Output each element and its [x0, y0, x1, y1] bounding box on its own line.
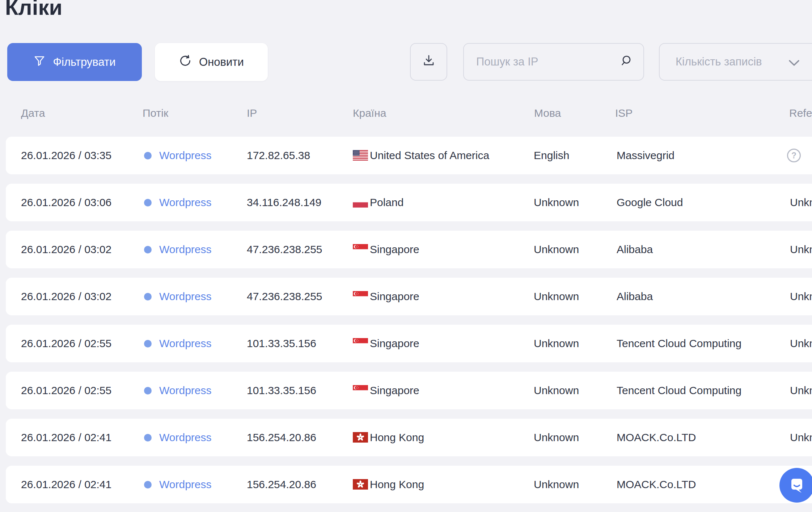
clicks-table: 26.01.2026 / 03:35 Wordpress 172.82.65.3…	[6, 137, 812, 512]
row-date: 26.01.2026 / 02:55	[21, 325, 111, 362]
download-icon	[422, 54, 436, 70]
stream-link[interactable]: Wordpress	[159, 278, 212, 315]
row-ip: 101.33.35.156	[247, 372, 316, 409]
funnel-icon	[33, 55, 46, 70]
row-ip: 101.33.35.156	[247, 325, 316, 362]
records-count-label: Кількість записів	[660, 55, 762, 68]
table-row: 26.01.2026 / 03:06 Wordpress 34.116.248.…	[6, 184, 812, 221]
clicks-page: Кліки Фільтрувати Оновити Кількість запи…	[0, 0, 812, 512]
page-title: Кліки	[5, 0, 62, 20]
column-header-ip: IP	[247, 107, 257, 119]
row-referrer: Unknown	[790, 419, 812, 456]
row-language: Unknown	[534, 325, 579, 362]
row-country: Singapore	[370, 372, 419, 409]
column-header-referrer: Referrer	[789, 107, 812, 119]
row-isp: Google Cloud	[617, 184, 683, 221]
stream-link[interactable]: Wordpress	[159, 184, 212, 221]
stream-link[interactable]: Wordpress	[159, 325, 212, 362]
row-referrer: Unknown	[790, 372, 812, 409]
filter-button-label: Фільтрувати	[53, 56, 115, 69]
row-ip: 47.236.238.255	[247, 278, 322, 315]
stream-link[interactable]: Wordpress	[159, 466, 212, 503]
stream-dot-icon	[144, 434, 152, 441]
country-flag-icon	[353, 197, 368, 208]
column-header-language: Мова	[534, 107, 561, 119]
column-header-stream: Потік	[143, 107, 168, 119]
row-country: Singapore	[370, 278, 419, 315]
stream-dot-icon	[144, 340, 152, 347]
row-referrer: Unknown	[790, 231, 812, 268]
records-count-select[interactable]: Кількість записів	[659, 43, 812, 81]
row-date: 26.01.2026 / 03:02	[21, 231, 111, 268]
stream-dot-icon	[144, 293, 152, 300]
stream-dot-icon	[144, 246, 152, 253]
country-flag-icon	[353, 291, 368, 302]
row-language: Unknown	[534, 184, 579, 221]
row-country: Hong Kong	[370, 419, 424, 456]
table-row: 26.01.2026 / 03:35 Wordpress 172.82.65.3…	[6, 137, 812, 174]
column-header-country: Країна	[353, 107, 386, 119]
refresh-icon	[179, 54, 192, 70]
table-row: 26.01.2026 / 03:02 Wordpress 47.236.238.…	[6, 231, 812, 268]
row-language: Unknown	[534, 278, 579, 315]
row-ip: 156.254.20.86	[247, 419, 316, 456]
country-flag-icon	[353, 432, 368, 443]
stream-dot-icon	[144, 387, 152, 394]
row-isp: Massivegrid	[617, 137, 674, 174]
table-row: 26.01.2026 / 02:41 Wordpress 156.254.20.…	[6, 466, 812, 503]
row-ip: 34.116.248.149	[247, 184, 321, 221]
stream-link[interactable]: Wordpress	[159, 137, 212, 174]
row-ip: 47.236.238.255	[247, 231, 322, 268]
row-referrer: Unknown	[790, 325, 812, 362]
refresh-button-label: Оновити	[199, 56, 244, 69]
country-flag-icon	[353, 150, 368, 161]
stream-dot-icon	[144, 481, 152, 488]
country-flag-icon	[353, 385, 368, 396]
download-button[interactable]	[410, 43, 447, 81]
search-input[interactable]	[464, 55, 620, 68]
stream-link[interactable]: Wordpress	[159, 419, 212, 456]
row-language: Unknown	[534, 372, 579, 409]
column-header-isp: ISP	[615, 107, 633, 119]
search-box	[463, 43, 644, 81]
row-language: Unknown	[534, 231, 579, 268]
row-isp: Alibaba	[617, 278, 653, 315]
filter-button[interactable]: Фільтрувати	[7, 43, 142, 81]
table-row: 26.01.2026 / 03:02 Wordpress 47.236.238.…	[6, 278, 812, 315]
row-country: Poland	[370, 184, 403, 221]
stream-dot-icon	[144, 199, 152, 206]
row-isp: MOACK.Co.LTD	[617, 419, 696, 456]
stream-link[interactable]: Wordpress	[159, 231, 212, 268]
row-date: 26.01.2026 / 03:35	[21, 137, 111, 174]
row-country: United States of America	[370, 137, 489, 174]
row-language: Unknown	[534, 466, 579, 503]
row-language: Unknown	[534, 419, 579, 456]
row-referrer: Unknown	[790, 184, 812, 221]
country-flag-icon	[353, 479, 368, 490]
row-ip: 156.254.20.86	[247, 466, 316, 503]
stream-link[interactable]: Wordpress	[159, 372, 212, 409]
row-date: 26.01.2026 / 02:41	[21, 466, 111, 503]
table-row: 26.01.2026 / 02:41 Wordpress 156.254.20.…	[6, 419, 812, 456]
country-flag-icon	[353, 244, 368, 255]
chat-launcher-button[interactable]	[779, 468, 812, 503]
row-isp: Alibaba	[617, 231, 653, 268]
row-isp: Tencent Cloud Computing	[617, 372, 741, 409]
row-date: 26.01.2026 / 02:55	[21, 372, 111, 409]
row-ip: 172.82.65.38	[247, 137, 310, 174]
row-country: Singapore	[370, 325, 419, 362]
question-icon[interactable]: ?	[787, 149, 801, 162]
row-date: 26.01.2026 / 02:41	[21, 419, 111, 456]
row-country: Hong Kong	[370, 466, 424, 503]
row-isp: MOACK.Co.LTD	[617, 466, 696, 503]
chevron-down-icon	[788, 60, 800, 68]
table-row: 26.01.2026 / 02:55 Wordpress 101.33.35.1…	[6, 325, 812, 362]
table-row: 26.01.2026 / 02:55 Wordpress 101.33.35.1…	[6, 372, 812, 409]
country-flag-icon	[353, 338, 368, 349]
stream-dot-icon	[144, 152, 152, 159]
row-country: Singapore	[370, 231, 419, 268]
search-icon	[620, 55, 633, 69]
row-date: 26.01.2026 / 03:06	[21, 184, 111, 221]
refresh-button[interactable]: Оновити	[155, 43, 268, 81]
row-referrer: Unknown	[790, 278, 812, 315]
